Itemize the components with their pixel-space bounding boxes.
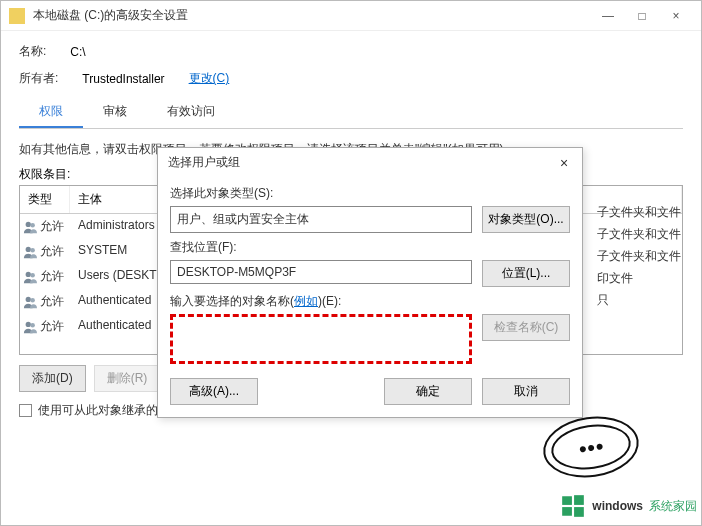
ok-button[interactable]: 确定 (384, 378, 472, 405)
inherit-checkbox[interactable] (19, 404, 32, 417)
svg-point-2 (26, 246, 31, 251)
object-type-label: 选择此对象类型(S): (170, 185, 570, 202)
peek-row: 子文件夹和文件 (597, 223, 681, 245)
users-icon (23, 320, 37, 334)
svg-rect-10 (562, 496, 572, 505)
enter-label-pre: 输入要选择的对象名称( (170, 294, 294, 308)
maximize-button[interactable]: □ (625, 2, 659, 30)
minimize-button[interactable]: — (591, 2, 625, 30)
applies-to-peek: 子文件夹和文件 子文件夹和文件 子文件夹和文件 印文件 只 (597, 201, 681, 311)
peek-row: 子文件夹和文件 (597, 201, 681, 223)
svg-point-1 (30, 222, 35, 227)
tab-audit[interactable]: 审核 (83, 97, 147, 128)
svg-rect-11 (574, 495, 584, 505)
watermark: windows系统家园 (560, 493, 697, 519)
close-button[interactable]: × (659, 2, 693, 30)
location-value: DESKTOP-M5MQP3F (170, 260, 472, 284)
svg-point-4 (26, 271, 31, 276)
add-button[interactable]: 添加(D) (19, 365, 86, 392)
col-type[interactable]: 类型 (20, 186, 70, 213)
object-names-input[interactable] (170, 314, 472, 364)
dialog-title: 选择用户或组 (168, 154, 554, 171)
owner-value: TrustedInstaller (82, 72, 164, 86)
users-icon (23, 220, 37, 234)
users-icon (23, 295, 37, 309)
tab-effective-access[interactable]: 有效访问 (147, 97, 235, 128)
svg-rect-13 (574, 507, 584, 517)
svg-point-8 (26, 321, 31, 326)
tab-permissions[interactable]: 权限 (19, 97, 83, 128)
change-owner-link[interactable]: 更改(C) (189, 70, 230, 87)
check-names-button: 检查名称(C) (482, 314, 570, 341)
cancel-button[interactable]: 取消 (482, 378, 570, 405)
svg-point-0 (26, 221, 31, 226)
enter-names-label: 输入要选择的对象名称(例如)(E): (170, 293, 570, 310)
peek-row: 只 (597, 289, 681, 311)
object-type-button[interactable]: 对象类型(O)... (482, 206, 570, 233)
svg-point-7 (30, 297, 35, 302)
svg-point-6 (26, 296, 31, 301)
name-value: C:\ (70, 45, 85, 59)
name-label: 名称: (19, 43, 46, 60)
location-label: 查找位置(F): (170, 239, 570, 256)
svg-point-5 (30, 272, 35, 277)
location-button[interactable]: 位置(L)... (482, 260, 570, 287)
remove-button: 删除(R) (94, 365, 161, 392)
dialog-close-button[interactable]: × (554, 155, 574, 171)
svg-rect-12 (562, 507, 572, 516)
dialog-titlebar: 选择用户或组 × (158, 148, 582, 179)
tab-bar: 权限 审核 有效访问 (19, 97, 683, 129)
titlebar: 本地磁盘 (C:)的高级安全设置 — □ × (1, 1, 701, 31)
select-user-group-dialog: 选择用户或组 × 选择此对象类型(S): 用户、组或内置安全主体 对象类型(O)… (157, 147, 583, 418)
watermark-text-a: windows (592, 499, 643, 513)
svg-point-9 (30, 322, 35, 327)
window-title: 本地磁盘 (C:)的高级安全设置 (33, 7, 591, 24)
enter-label-post: )(E): (318, 294, 341, 308)
users-icon (23, 245, 37, 259)
examples-link[interactable]: 例如 (294, 294, 318, 308)
owner-label: 所有者: (19, 70, 58, 87)
folder-icon (9, 8, 25, 24)
object-type-value: 用户、组或内置安全主体 (170, 206, 472, 233)
peek-row: 子文件夹和文件 (597, 245, 681, 267)
advanced-security-window: 本地磁盘 (C:)的高级安全设置 — □ × 名称: C:\ 所有者: Trus… (0, 0, 702, 526)
svg-point-3 (30, 247, 35, 252)
windows-logo-icon (560, 493, 586, 519)
advanced-button[interactable]: 高级(A)... (170, 378, 258, 405)
users-icon (23, 270, 37, 284)
peek-row: 印文件 (597, 267, 681, 289)
watermark-text-b: 系统家园 (649, 498, 697, 515)
